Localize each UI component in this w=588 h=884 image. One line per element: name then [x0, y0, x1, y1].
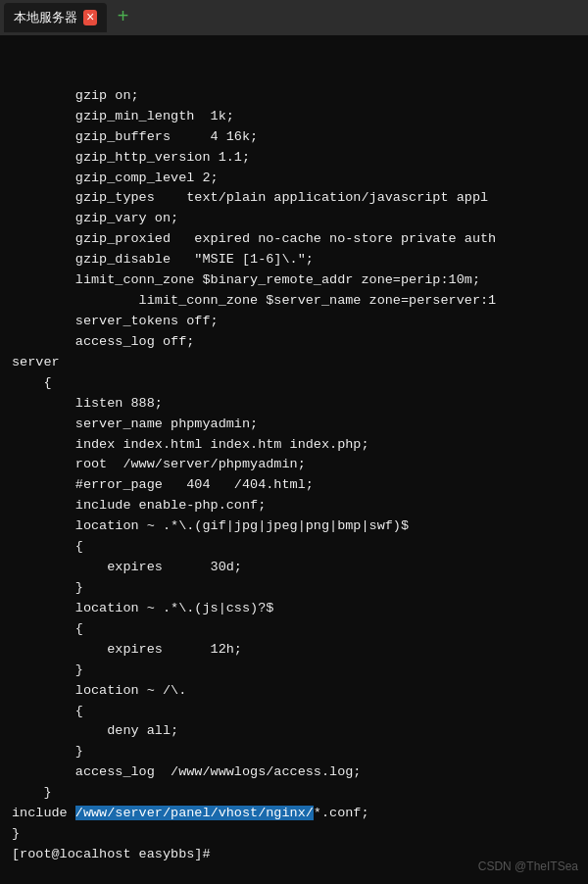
- terminal-line: }: [12, 661, 576, 681]
- terminal-line: deny all;: [12, 721, 576, 742]
- code-display: gzip on; gzip_min_length 1k; gzip_buffer…: [12, 86, 576, 865]
- terminal-line: access_log off;: [12, 332, 576, 353]
- terminal-line: #error_page 404 /404.html;: [12, 475, 576, 496]
- terminal-line: server: [12, 353, 576, 373]
- terminal-line: access_log /www/wwwlogs/access.log;: [12, 762, 576, 783]
- terminal-line: gzip_types text/plain application/javasc…: [12, 188, 576, 209]
- terminal-line: listen 888;: [12, 394, 576, 415]
- terminal-line: index index.html index.htm index.php;: [12, 435, 576, 456]
- terminal-content: gzip on; gzip_min_length 1k; gzip_buffer…: [0, 35, 588, 884]
- terminal-line: gzip_buffers 4 16k;: [12, 127, 576, 148]
- tab-label: 本地服务器: [14, 9, 77, 26]
- tab-bar: 本地服务器 × +: [0, 0, 588, 35]
- main-window: 本地服务器 × + gzip on; gzip_min_length 1k; g…: [0, 0, 588, 884]
- terminal-line: gzip_vary on;: [12, 209, 576, 229]
- terminal-line: include /www/server/panel/vhost/nginx/*.…: [12, 804, 576, 824]
- terminal-line: }: [12, 783, 576, 804]
- terminal-line: }: [12, 824, 576, 845]
- terminal-line: gzip on;: [12, 86, 576, 107]
- terminal-line: gzip_min_length 1k;: [12, 107, 576, 127]
- terminal-line: }: [12, 742, 576, 762]
- terminal-line: location ~ .*\.(js|css)?$: [12, 599, 576, 619]
- terminal-line: {: [12, 702, 576, 722]
- terminal-line: {: [12, 537, 576, 558]
- terminal-line: }: [12, 578, 576, 599]
- terminal-line: gzip_disable "MSIE [1-6]\.";: [12, 250, 576, 270]
- terminal-line: server_name phpmyadmin;: [12, 415, 576, 435]
- terminal-line: {: [12, 619, 576, 640]
- terminal-line: location ~ /\.: [12, 681, 576, 702]
- watermark: CSDN @TheITSea: [478, 858, 578, 876]
- terminal-line: include enable-php.conf;: [12, 496, 576, 516]
- add-tab-button[interactable]: +: [111, 6, 134, 29]
- terminal-line: gzip_http_version 1.1;: [12, 148, 576, 169]
- terminal-line: expires 12h;: [12, 640, 576, 661]
- highlighted-path: /www/server/panel/vhost/nginx/: [75, 806, 314, 820]
- terminal-line: expires 30d;: [12, 558, 576, 578]
- terminal-line: server_tokens off;: [12, 312, 576, 332]
- terminal-line: limit_conn_zone $server_name zone=perser…: [12, 291, 576, 312]
- close-tab-button[interactable]: ×: [83, 10, 97, 25]
- tab-local-server[interactable]: 本地服务器 ×: [4, 3, 107, 32]
- terminal-line: root /www/server/phpmyadmin;: [12, 455, 576, 475]
- terminal-line: {: [12, 373, 576, 394]
- terminal-line: gzip_comp_level 2;: [12, 169, 576, 189]
- terminal-line: gzip_proxied expired no-cache no-store p…: [12, 229, 576, 250]
- terminal-line: location ~ .*\.(gif|jpg|jpeg|png|bmp|swf…: [12, 516, 576, 537]
- terminal-line: limit_conn_zone $binary_remote_addr zone…: [12, 270, 576, 291]
